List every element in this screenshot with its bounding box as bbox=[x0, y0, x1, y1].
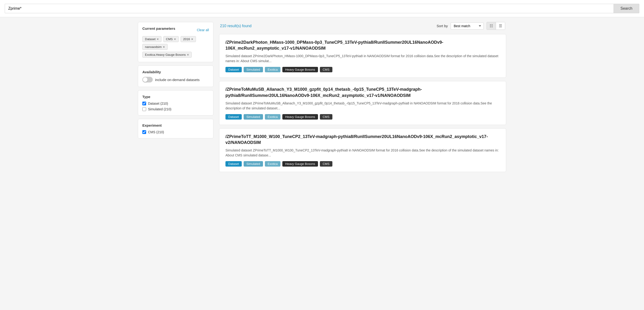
result-tag[interactable]: Exotica bbox=[265, 114, 281, 120]
results-area: 210 result(s) found Sort by Best matchRe… bbox=[219, 22, 506, 175]
experiment-title: Experiment bbox=[142, 123, 209, 127]
result-card: /ZPrime2DarkPhoton_HMass-1000_DPMass-0p3… bbox=[219, 34, 506, 78]
type-checkbox[interactable] bbox=[142, 102, 146, 105]
result-tag[interactable]: Dataset bbox=[226, 114, 242, 120]
result-tag[interactable]: Exotica bbox=[265, 67, 281, 72]
availability-card: Availability include on-demand datasets bbox=[138, 66, 214, 87]
result-tag[interactable]: Exotica bbox=[265, 161, 281, 167]
result-tag[interactable]: Heavy Gauge Bosons bbox=[282, 114, 318, 120]
clear-all-link[interactable]: Clear all bbox=[197, 28, 209, 32]
type-checkbox-row: Dataset (210) bbox=[142, 102, 209, 105]
param-tag: CMS✕ bbox=[163, 36, 179, 42]
search-button[interactable]: Search bbox=[614, 4, 639, 13]
current-params-title: Current parameters bbox=[142, 27, 175, 31]
current-params-card: Current parameters Clear all Dataset✕CMS… bbox=[138, 22, 214, 62]
type-card: Type Dataset (210)Simulated (210) bbox=[138, 90, 214, 116]
results-count: 210 result(s) found bbox=[220, 24, 252, 28]
result-description: Simulated dataset ZPrimeToTT_M1000_W100_… bbox=[226, 148, 500, 158]
result-tag[interactable]: Simulated bbox=[244, 67, 263, 72]
result-tag[interactable]: CMS bbox=[320, 114, 332, 120]
result-description: Simulated dataset ZPrime2DarkPhoton_HMas… bbox=[226, 54, 500, 64]
result-tags: DatasetSimulatedExoticaHeavy Gauge Boson… bbox=[226, 67, 500, 72]
result-tag[interactable]: Simulated bbox=[244, 161, 263, 167]
result-tag[interactable]: CMS bbox=[320, 161, 332, 167]
param-tag-label: 2016 bbox=[183, 37, 190, 41]
experiment-checkbox-row: CMS (210) bbox=[142, 130, 209, 134]
param-tag-remove[interactable]: ✕ bbox=[156, 38, 159, 41]
result-title[interactable]: /ZPrimeToTT_M1000_W100_TuneCP2_13TeV-mad… bbox=[226, 134, 500, 146]
main-layout: Current parameters Clear all Dataset✕CMS… bbox=[133, 17, 511, 180]
result-description: Simulated dataset ZPrimeToMuMuSB_Allanac… bbox=[226, 101, 500, 111]
param-tag-label: Exotica.Heavy Gauge Bosons bbox=[145, 53, 186, 57]
param-tag: Exotica.Heavy Gauge Bosons✕ bbox=[142, 52, 192, 58]
sidebar: Current parameters Clear all Dataset✕CMS… bbox=[138, 22, 214, 175]
results-list: /ZPrime2DarkPhoton_HMass-1000_DPMass-0p3… bbox=[219, 34, 506, 172]
result-tags: DatasetSimulatedExoticaHeavy Gauge Boson… bbox=[226, 114, 500, 120]
param-tag-label: Dataset bbox=[145, 37, 156, 41]
result-tag[interactable]: Dataset bbox=[226, 67, 242, 72]
search-bar: Zprime* Search bbox=[0, 0, 644, 17]
result-tag[interactable]: Heavy Gauge Bosons bbox=[282, 67, 318, 72]
result-tag[interactable]: Simulated bbox=[244, 114, 263, 120]
type-checkboxes: Dataset (210)Simulated (210) bbox=[142, 102, 209, 111]
type-checkbox-row: Simulated (210) bbox=[142, 107, 209, 111]
param-tag: 2016✕ bbox=[180, 36, 196, 42]
current-params-header: Current parameters Clear all bbox=[142, 27, 209, 33]
experiment-checkbox-label: CMS (210) bbox=[148, 130, 164, 134]
search-input[interactable]: Zprime* bbox=[5, 4, 614, 13]
param-tag-remove[interactable]: ✕ bbox=[187, 53, 189, 57]
sort-label: Sort by bbox=[436, 24, 448, 28]
param-tag: nanoaodsim✕ bbox=[142, 44, 168, 50]
result-tags: DatasetSimulatedExoticaHeavy Gauge Boson… bbox=[226, 161, 500, 167]
param-tags-container: Dataset✕CMS✕2016✕nanoaodsim✕Exotica.Heav… bbox=[142, 36, 209, 58]
experiment-card: Experiment CMS (210) bbox=[138, 119, 214, 138]
toggle-knob bbox=[143, 77, 148, 82]
param-tag-remove[interactable]: ✕ bbox=[163, 45, 165, 49]
type-checkbox[interactable] bbox=[142, 107, 146, 111]
result-tag[interactable]: Heavy Gauge Bosons bbox=[282, 161, 318, 167]
experiment-checkbox[interactable] bbox=[142, 130, 146, 134]
result-tag[interactable]: Dataset bbox=[226, 161, 242, 167]
type-title: Type bbox=[142, 95, 209, 99]
grid-icon: ☷ bbox=[490, 24, 493, 28]
sort-select[interactable]: Best matchRelevanceDateName bbox=[451, 23, 484, 30]
toggle-row: include on-demand datasets bbox=[142, 77, 209, 83]
experiment-checkboxes: CMS (210) bbox=[142, 130, 209, 134]
view-toggle: ☷ ☰ bbox=[486, 22, 505, 30]
result-title[interactable]: /ZPrime2DarkPhoton_HMass-1000_DPMass-0p3… bbox=[226, 40, 500, 51]
param-tag-label: CMS bbox=[166, 37, 173, 41]
param-tag: Dataset✕ bbox=[142, 36, 162, 42]
grid-view-button[interactable]: ☷ bbox=[487, 22, 496, 30]
availability-title: Availability bbox=[142, 70, 209, 74]
param-tag-remove[interactable]: ✕ bbox=[174, 38, 176, 41]
list-view-button[interactable]: ☰ bbox=[496, 22, 505, 30]
result-title[interactable]: /ZPrimeToMuMuSB_Allanach_Y3_M1000_gzpfit… bbox=[226, 87, 500, 98]
type-checkbox-label: Simulated (210) bbox=[148, 107, 172, 111]
param-tag-remove[interactable]: ✕ bbox=[191, 38, 193, 41]
result-card: /ZPrimeToTT_M1000_W100_TuneCP2_13TeV-mad… bbox=[219, 128, 506, 172]
param-tag-label: nanoaodsim bbox=[145, 45, 162, 49]
result-tag[interactable]: CMS bbox=[320, 67, 332, 72]
type-checkbox-label: Dataset (210) bbox=[148, 102, 168, 105]
result-card: /ZPrimeToMuMuSB_Allanach_Y3_M1000_gzpfit… bbox=[219, 81, 506, 125]
toggle-label: include on-demand datasets bbox=[155, 78, 200, 82]
on-demand-toggle[interactable] bbox=[142, 77, 153, 83]
results-header: 210 result(s) found Sort by Best matchRe… bbox=[219, 22, 506, 30]
list-icon: ☰ bbox=[499, 24, 502, 28]
sort-controls: Sort by Best matchRelevanceDateName ☷ ☰ bbox=[436, 22, 505, 30]
